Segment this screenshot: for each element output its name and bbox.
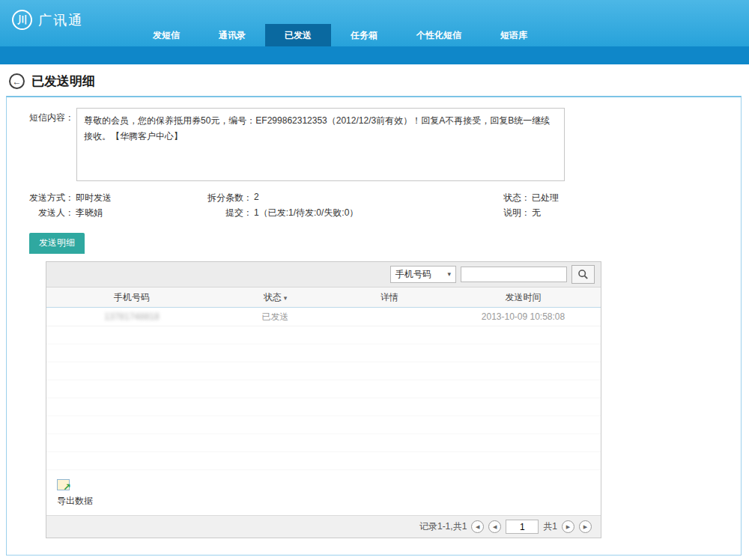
sub-header-bar	[0, 46, 749, 64]
column-header-detail: 详情	[333, 291, 446, 304]
cell-status: 已发送	[217, 311, 333, 323]
nav-label: 短语库	[500, 29, 527, 42]
logo-bubble-icon	[12, 10, 32, 30]
export-data-icon[interactable]	[57, 479, 70, 490]
field-row-1: 发送方式： 即时发送 拆分条数： 2 状态： 已处理	[14, 190, 733, 205]
search-button[interactable]	[571, 265, 595, 284]
table-row-empty	[46, 326, 601, 344]
back-arrow-icon[interactable]	[9, 73, 25, 89]
nav-item-send-sms[interactable]: 发短信	[133, 24, 199, 46]
page-title: 已发送明细	[31, 73, 95, 90]
prev-page-button[interactable]	[488, 520, 501, 533]
send-method-value: 即时发送	[76, 192, 112, 204]
export-area: 导出数据	[46, 470, 601, 508]
split-count-value: 2	[254, 192, 259, 204]
app-header: 广讯通 发短信 通讯录 已发送 任务箱 个性化短信 短语库	[0, 0, 749, 46]
sender-label: 发送人：	[14, 207, 74, 219]
cell-phone-redacted: 13781748818	[104, 311, 159, 322]
tab-send-detail[interactable]: 发送明细	[29, 233, 85, 254]
page-number-input[interactable]	[506, 520, 539, 534]
sms-content-label: 短信内容：	[14, 108, 74, 181]
nav-label: 个性化短信	[416, 29, 461, 42]
submit-label: 提交：	[196, 207, 252, 219]
search-input[interactable]	[461, 267, 567, 282]
next-page-button[interactable]	[562, 520, 574, 533]
app-logo: 广讯通	[12, 10, 83, 30]
split-count-label: 拆分条数：	[196, 192, 252, 204]
nav-item-phrase-library[interactable]: 短语库	[481, 24, 547, 46]
cell-send-time: 2013-10-09 10:58:08	[446, 311, 601, 322]
table-row-empty	[46, 452, 601, 470]
column-header-status[interactable]: 状态	[217, 291, 333, 304]
total-pages-text: 共1	[543, 520, 557, 533]
sms-content-row: 短信内容： 尊敬的会员，您的保养抵用券50元，编号：EF299862312353…	[14, 108, 733, 181]
sender-value: 李晓娟	[76, 207, 103, 219]
status-label: 状态：	[496, 192, 530, 204]
nav-label: 任务箱	[351, 29, 377, 42]
sort-arrow-icon	[284, 294, 288, 302]
nav-item-personalized-sms[interactable]: 个性化短信	[397, 24, 481, 46]
note-label: 说明：	[496, 207, 530, 219]
table-header-row: 手机号码 状态 详情 发送时间	[46, 287, 601, 308]
submit-value: 1（已发:1/待发:0/失败:0）	[254, 207, 358, 219]
search-field-select[interactable]: 手机号码	[390, 266, 456, 283]
page-title-row: 已发送明细	[0, 64, 749, 97]
logo-text: 广讯通	[38, 11, 83, 29]
status-value: 已处理	[532, 192, 559, 204]
search-icon	[577, 269, 589, 280]
sms-content-box: 尊敬的会员，您的保养抵用券50元，编号：EF299862312353（2012/…	[76, 108, 565, 181]
send-method-label: 发送方式：	[14, 192, 74, 204]
pagination-bar: 记录1-1,共1 共1	[46, 515, 601, 538]
table-row-empty	[46, 344, 601, 362]
first-page-button[interactable]	[471, 520, 484, 533]
last-page-button[interactable]	[579, 520, 592, 533]
table-row-empty	[46, 362, 601, 380]
sent-detail-panel: 短信内容： 尊敬的会员，您的保养抵用券50元，编号：EF299862312353…	[6, 96, 742, 556]
note-value: 无	[532, 207, 541, 219]
nav-label: 已发送	[285, 29, 312, 42]
nav-item-contacts[interactable]: 通讯录	[199, 24, 265, 46]
export-data-label[interactable]: 导出数据	[57, 495, 601, 508]
nav-item-sent[interactable]: 已发送	[265, 24, 331, 46]
chevron-down-icon	[447, 271, 451, 278]
column-header-time: 发送时间	[446, 291, 601, 304]
nav-label: 发短信	[153, 29, 180, 42]
column-header-status-label: 状态	[264, 292, 282, 302]
table-row-empty	[46, 398, 601, 416]
detail-fields: 发送方式： 即时发送 拆分条数： 2 状态： 已处理 发送人： 李晓娟 提交： …	[14, 190, 733, 220]
send-detail-table: 手机号码 手机号码 状态 详情 发送时间 13781748818 已发送	[46, 261, 601, 538]
nav-label: 通讯录	[219, 29, 246, 42]
table-row-empty	[46, 380, 601, 398]
search-field-value: 手机号码	[395, 268, 431, 281]
main-nav: 发短信 通讯录 已发送 任务箱 个性化短信 短语库	[133, 24, 547, 46]
table-toolbar: 手机号码	[46, 262, 601, 287]
table-row-empty	[46, 434, 601, 452]
table-row-empty	[46, 416, 601, 434]
column-header-phone[interactable]: 手机号码	[46, 291, 217, 304]
table-row[interactable]: 13781748818 已发送 2013-10-09 10:58:08	[46, 308, 601, 326]
nav-item-task-box[interactable]: 任务箱	[331, 24, 397, 46]
field-row-2: 发送人： 李晓娟 提交： 1（已发:1/待发:0/失败:0） 说明： 无	[14, 205, 733, 220]
records-count-text: 记录1-1,共1	[419, 520, 467, 533]
